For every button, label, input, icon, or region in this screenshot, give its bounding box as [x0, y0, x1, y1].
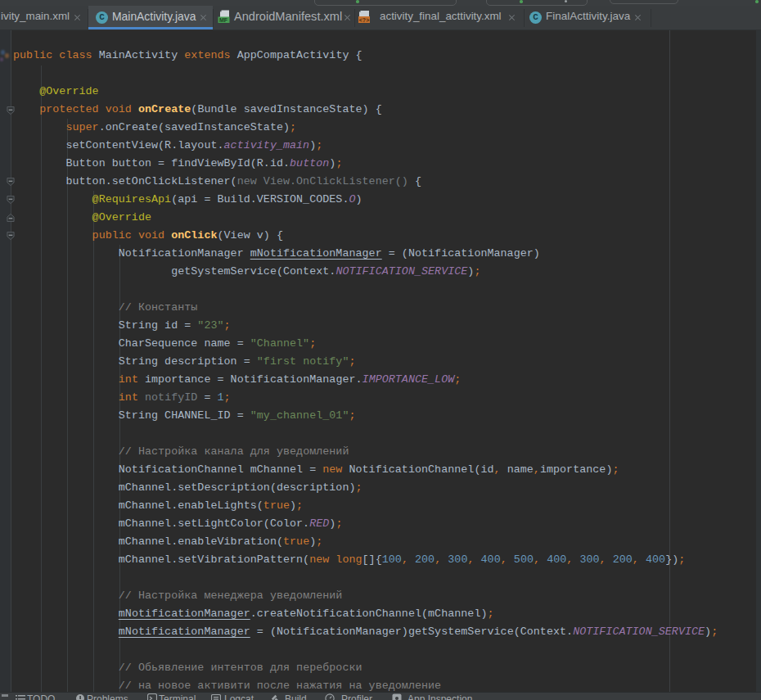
svg-text:MF: MF — [219, 17, 228, 23]
svg-text:<?>: <?> — [359, 17, 369, 23]
